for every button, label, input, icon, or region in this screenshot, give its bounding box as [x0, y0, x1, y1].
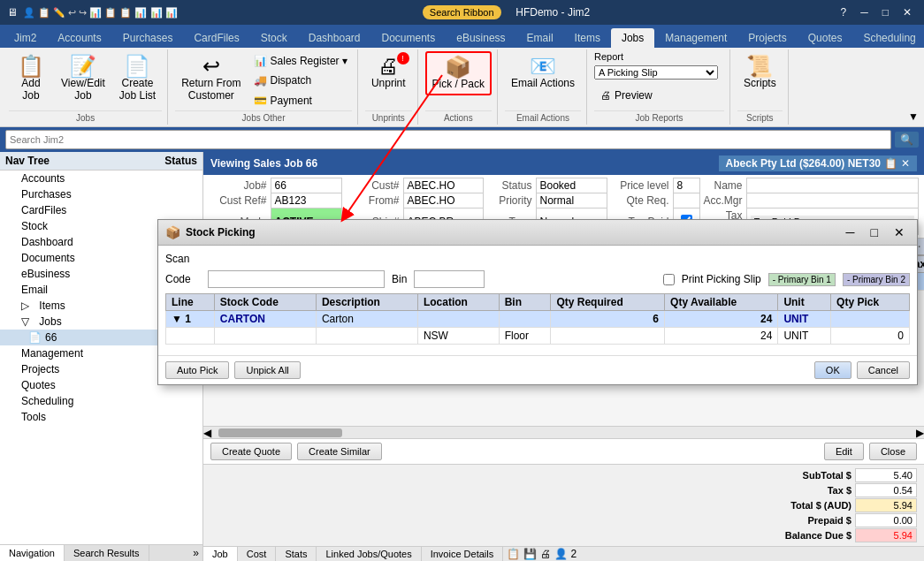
create-list-icon: 📄: [124, 56, 150, 77]
nav-item-scheduling[interactable]: Scheduling: [0, 393, 202, 409]
nav-status-label: Status: [164, 155, 197, 167]
search-button[interactable]: 🔍: [895, 132, 919, 148]
bin-input[interactable]: [414, 270, 485, 288]
system-icons: 👤 📋 ✏️ ↩ ↪ 📊 📋 📋 📊 📊 📊: [23, 7, 178, 19]
pick-pack-button[interactable]: 📦 Pick / Pack: [425, 51, 492, 95]
tab-jobs[interactable]: Jobs: [611, 28, 654, 48]
tab-jim2[interactable]: Jim2: [4, 28, 47, 48]
checkbox-group: Print Picking Slip - Primary Bin 1 - Pri…: [663, 273, 910, 286]
customer-info-expand[interactable]: 📋: [884, 157, 897, 170]
edit-button[interactable]: Edit: [824, 443, 864, 460]
nav-item-tools[interactable]: Tools: [0, 409, 202, 425]
tab-projects[interactable]: Projects: [737, 28, 797, 48]
ribbon-group-scripts: 📜 Scripts Scripts: [732, 49, 789, 125]
name-label: Name: [699, 178, 746, 193]
total-label: Total $ (AUD): [763, 500, 851, 511]
summary-panel: SubTotal $ Tax $ Total $ (AUD) Prepaid $…: [203, 464, 924, 546]
nav-bottom-tabs: Navigation Search Results »: [0, 544, 202, 561]
cancel-button[interactable]: Cancel: [857, 361, 910, 379]
scan-row: Scan: [165, 253, 910, 265]
tab-stats[interactable]: Stats: [276, 547, 317, 561]
tab-scheduling[interactable]: Scheduling: [852, 28, 924, 48]
bottom-icon-1[interactable]: 📋: [507, 548, 520, 560]
summary-balance: Balance Due $: [210, 528, 917, 542]
tab-items[interactable]: Items: [564, 28, 611, 48]
ribbon-group-jobs: 📋 AddJob 📝 View/EditJob 📄 CreateJob List…: [4, 49, 168, 125]
td-sub-bin: Floor: [499, 328, 551, 345]
nav-tab-navigation[interactable]: Navigation: [0, 545, 65, 561]
close-button[interactable]: Close: [869, 443, 917, 460]
tab-email[interactable]: Email: [516, 28, 564, 48]
tab-stock[interactable]: Stock: [250, 28, 298, 48]
ok-button[interactable]: OK: [814, 361, 851, 379]
payment-button[interactable]: 💳 Payment: [249, 92, 352, 110]
minimize-button[interactable]: ─: [855, 4, 874, 20]
nav-item-cardfiles[interactable]: CardFiles: [0, 202, 202, 218]
add-job-button[interactable]: 📋 AddJob: [9, 51, 53, 106]
summary-total: Total $ (AUD): [210, 498, 917, 512]
nav-tab-search-results[interactable]: Search Results: [65, 545, 149, 561]
close-button[interactable]: ✕: [897, 4, 917, 20]
modal-footer-left: Auto Pick Unpick All: [165, 361, 301, 379]
tab-cardfiles[interactable]: CardFiles: [183, 28, 249, 48]
horizontal-scrollbar[interactable]: ◀ ▶: [203, 426, 924, 438]
create-quote-button[interactable]: Create Quote: [210, 443, 292, 460]
nav-item-accounts[interactable]: Accounts: [0, 171, 202, 186]
tab-ebusiness[interactable]: eBusiness: [446, 28, 515, 48]
maximize-button[interactable]: □: [877, 4, 894, 20]
print-picking-slip-checkbox[interactable]: [663, 274, 675, 285]
tab-cost[interactable]: Cost: [238, 547, 277, 561]
sales-register-button[interactable]: 📊 Sales Register ▾: [249, 52, 352, 70]
report-dropdown[interactable]: A Picking Slip: [594, 65, 718, 80]
tab-job[interactable]: Job: [203, 547, 238, 561]
email-actions-button[interactable]: 📧 Email Actions: [505, 51, 581, 94]
return-from-customer-button[interactable]: ↩ Return FromCustomer: [175, 51, 247, 106]
bottom-icon-2[interactable]: 💾: [523, 548, 537, 560]
price-level-label: Price level: [607, 178, 673, 193]
tab-invoice-details[interactable]: Invoice Details: [422, 547, 504, 561]
tax-value: [855, 483, 917, 497]
job-viewer-title: Viewing Sales Job 66: [210, 157, 317, 170]
help-button[interactable]: ?: [836, 4, 852, 20]
bottom-icon-3[interactable]: 🖨: [540, 548, 551, 560]
balance-label: Balance Due $: [763, 530, 851, 541]
tab-linked-jobs[interactable]: Linked Jobs/Quotes: [317, 547, 421, 561]
modal-footer: Auto Pick Unpick All OK Cancel: [158, 355, 917, 384]
customer-close[interactable]: ✕: [901, 157, 910, 170]
tab-dashboard[interactable]: Dashboard: [298, 28, 371, 48]
nav-item-purchases[interactable]: Purchases: [0, 186, 202, 202]
tab-management[interactable]: Management: [654, 28, 737, 48]
tab-documents[interactable]: Documents: [371, 28, 447, 48]
td-expand: ▼ 1: [166, 311, 215, 328]
search-input[interactable]: [5, 130, 891, 149]
code-input[interactable]: [208, 270, 385, 288]
modal-maximize-button[interactable]: □: [866, 224, 883, 241]
tab-purchases[interactable]: Purchases: [112, 28, 184, 48]
ribbon-jobs-other-label: Jobs Other: [175, 110, 352, 123]
tab-quotes[interactable]: Quotes: [798, 28, 853, 48]
unpick-all-button[interactable]: Unpick All: [234, 361, 300, 379]
unprint-icon: 🖨: [378, 56, 399, 77]
priority-label: Priority: [483, 193, 536, 208]
th-bin: Bin: [499, 294, 551, 311]
scripts-button[interactable]: 📜 Scripts: [737, 51, 783, 94]
unprint-button[interactable]: ! 🖨 Unprint: [365, 51, 412, 94]
acc-mgr-value: [746, 193, 918, 208]
ribbon-expand[interactable]: ▼: [906, 49, 920, 125]
create-job-list-button[interactable]: 📄 CreateJob List: [113, 51, 162, 106]
scroll-right[interactable]: ▶: [916, 427, 924, 439]
modal-minimize-button[interactable]: ─: [841, 224, 860, 241]
tab-accounts[interactable]: Accounts: [47, 28, 111, 48]
return-label: Return FromCustomer: [181, 77, 241, 102]
scroll-thumb[interactable]: [218, 428, 342, 437]
modal-close-button[interactable]: ✕: [889, 224, 910, 241]
auto-pick-button[interactable]: Auto Pick: [165, 361, 229, 379]
dispatch-button[interactable]: 🚚 Dispatch: [249, 72, 352, 89]
view-edit-job-button[interactable]: 📝 View/EditJob: [55, 51, 111, 106]
bottom-icon-4[interactable]: 👤 2: [554, 548, 577, 560]
preview-button[interactable]: 🖨 Preview: [594, 85, 659, 106]
nav-expand-icon[interactable]: »: [189, 545, 202, 561]
create-similar-button[interactable]: Create Similar: [297, 443, 382, 460]
scroll-left[interactable]: ◀: [203, 427, 211, 439]
th-qty-available: Qty Available: [665, 294, 778, 311]
